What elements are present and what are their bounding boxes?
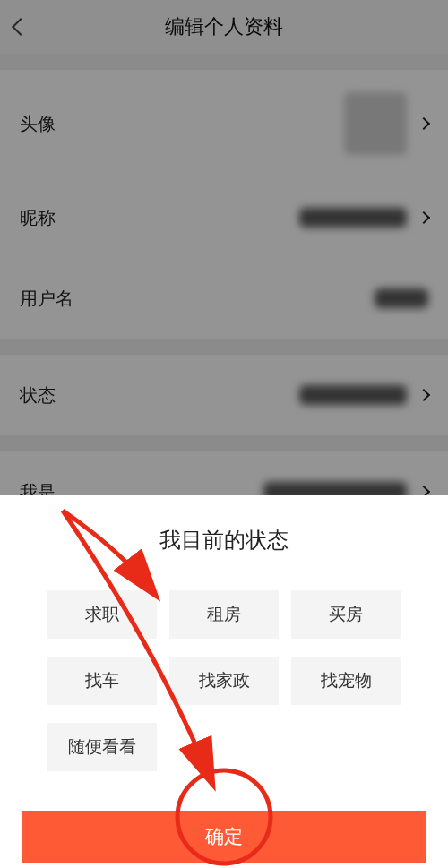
status-option-buyhouse[interactable]: 买房 [291,590,401,639]
status-option-car[interactable]: 找车 [47,657,157,705]
confirm-button[interactable]: 确定 [22,811,426,863]
sheet-title: 我目前的状态 [0,526,448,554]
status-option-housekeeping[interactable]: 找家政 [169,657,279,705]
status-option-browsing[interactable]: 随便看看 [47,723,157,771]
status-option-pet[interactable]: 找宠物 [291,657,401,705]
status-option-jobseek[interactable]: 求职 [47,590,157,639]
status-option-rent[interactable]: 租房 [169,590,279,639]
status-options-grid: 求职 租房 买房 找车 找家政 找宠物 随便看看 [0,590,448,771]
status-picker-sheet: 我目前的状态 求职 租房 买房 找车 找家政 找宠物 随便看看 确定 [0,495,448,868]
